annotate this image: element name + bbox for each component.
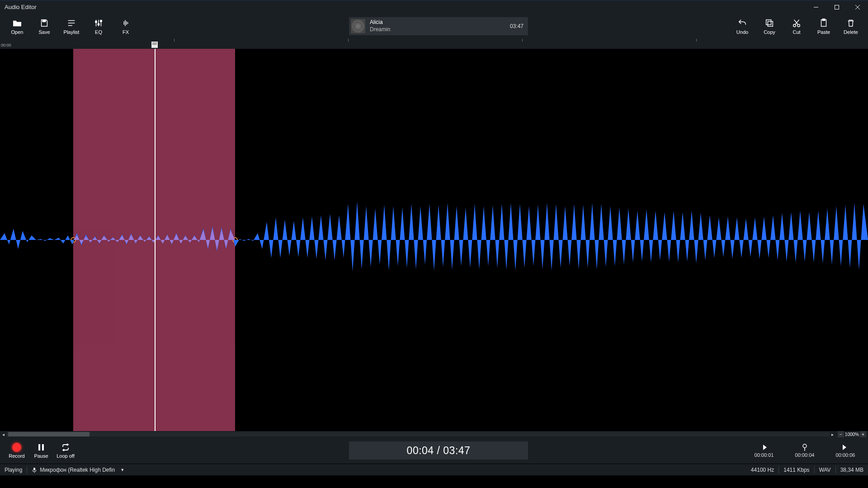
svg-rect-29 bbox=[38, 444, 40, 450]
copy-button[interactable]: Copy bbox=[757, 14, 782, 38]
svg-rect-27 bbox=[822, 19, 825, 21]
play-from-start-icon bbox=[760, 443, 768, 451]
save-label: Save bbox=[38, 29, 50, 35]
svg-rect-30 bbox=[42, 444, 44, 450]
pause-label: Pause bbox=[34, 453, 48, 459]
svg-rect-1 bbox=[835, 5, 839, 9]
horizontal-scrollbar: ◂ ▸ − 1000% + bbox=[0, 431, 868, 437]
marker-icon bbox=[801, 443, 809, 451]
pause-icon bbox=[37, 442, 46, 452]
playlist-icon bbox=[66, 18, 76, 28]
selection-current-button[interactable]: 00:00:04 bbox=[787, 443, 823, 458]
fx-button[interactable]: FX bbox=[113, 14, 138, 38]
selection-start-button[interactable]: 00:00:01 bbox=[746, 443, 782, 458]
selection-end-time: 00:00:06 bbox=[836, 452, 855, 458]
playlist-button[interactable]: Playlist bbox=[59, 14, 84, 38]
selection-end-button[interactable]: 00:00:06 bbox=[827, 443, 863, 458]
save-button[interactable]: Save bbox=[32, 14, 57, 38]
svg-point-23 bbox=[797, 24, 800, 27]
input-device-label: Микрофон (Realtek High Defin bbox=[40, 467, 115, 473]
zoom-in-button[interactable]: + bbox=[860, 431, 866, 437]
microphone-icon bbox=[32, 467, 37, 473]
zoom-level: 1000% bbox=[845, 432, 859, 437]
playback-state: Playing bbox=[5, 467, 22, 473]
scroll-right-button[interactable]: ▸ bbox=[830, 431, 836, 437]
cut-icon bbox=[792, 18, 802, 28]
titlebar: Audio Editor bbox=[0, 0, 868, 14]
time-display-value: 00:04 / 03:47 bbox=[407, 445, 471, 457]
app-title: Audio Editor bbox=[5, 4, 37, 10]
cut-label: Cut bbox=[793, 29, 800, 35]
minimize-button[interactable] bbox=[806, 0, 826, 14]
paste-icon bbox=[819, 18, 829, 28]
zoom-out-button[interactable]: − bbox=[838, 431, 844, 437]
trash-icon bbox=[846, 18, 856, 28]
undo-label: Undo bbox=[736, 29, 748, 35]
svg-point-31 bbox=[803, 444, 807, 448]
svg-rect-20 bbox=[768, 21, 773, 26]
ruler-origin-label: 00:00 bbox=[1, 43, 11, 47]
save-icon bbox=[39, 18, 49, 28]
paste-button[interactable]: Paste bbox=[811, 14, 836, 38]
maximize-button[interactable] bbox=[826, 0, 847, 14]
svg-rect-4 bbox=[42, 20, 45, 22]
fx-icon bbox=[121, 18, 131, 28]
status-bar: Playing Микрофон (Realtek High Defin ▼ 4… bbox=[0, 464, 868, 475]
track-artist: Alicia bbox=[370, 19, 390, 26]
svg-point-11 bbox=[95, 21, 97, 23]
undo-icon bbox=[737, 18, 747, 28]
svg-point-22 bbox=[793, 24, 796, 27]
loop-label: Loop off bbox=[57, 453, 75, 459]
record-label: Record bbox=[9, 453, 24, 459]
undo-button[interactable]: Undo bbox=[730, 14, 755, 38]
open-label: Open bbox=[11, 29, 24, 35]
copy-icon bbox=[764, 18, 774, 28]
transport-bar: Record Pause Loop off 00:04 / 03:47 00:0… bbox=[0, 437, 868, 464]
equalizer-icon bbox=[94, 18, 104, 28]
record-button[interactable]: Record bbox=[5, 439, 29, 462]
timeline-ruler[interactable]: 00:00 bbox=[0, 39, 868, 49]
loop-button[interactable]: Loop off bbox=[53, 439, 78, 462]
scroll-track[interactable] bbox=[6, 432, 830, 436]
waveform-graphic bbox=[0, 190, 868, 290]
play-to-end-icon bbox=[841, 443, 849, 451]
playhead-line[interactable] bbox=[155, 49, 156, 431]
svg-rect-33 bbox=[33, 468, 35, 470]
copy-label: Copy bbox=[764, 29, 775, 35]
now-playing-panel[interactable]: Alicia Dreamin 03:47 bbox=[349, 17, 528, 35]
loop-icon bbox=[61, 442, 70, 452]
time-display: 00:04 / 03:47 bbox=[349, 441, 528, 460]
scroll-thumb[interactable] bbox=[8, 432, 90, 436]
selection-current-time: 00:00:04 bbox=[795, 452, 815, 458]
folder-open-icon bbox=[12, 18, 22, 28]
playlist-label: Playlist bbox=[64, 29, 80, 35]
fx-label: FX bbox=[123, 29, 129, 35]
file-format: WAV bbox=[819, 467, 831, 473]
svg-point-12 bbox=[98, 23, 99, 25]
eq-label: EQ bbox=[95, 29, 102, 35]
svg-point-13 bbox=[100, 20, 102, 22]
scroll-left-button[interactable]: ◂ bbox=[0, 431, 6, 437]
open-button[interactable]: Open bbox=[5, 14, 30, 38]
close-button[interactable] bbox=[847, 0, 868, 14]
chevron-down-icon: ▼ bbox=[120, 468, 124, 472]
delete-label: Delete bbox=[844, 29, 858, 35]
album-art-icon bbox=[351, 19, 365, 33]
svg-rect-28 bbox=[151, 42, 158, 46]
window-controls bbox=[806, 0, 868, 14]
delete-button[interactable]: Delete bbox=[838, 14, 863, 38]
bitrate: 1411 Kbps bbox=[783, 467, 809, 473]
playhead-marker[interactable] bbox=[151, 42, 158, 48]
cut-button[interactable]: Cut bbox=[784, 14, 809, 38]
eq-button[interactable]: EQ bbox=[86, 14, 111, 38]
track-duration: 03:47 bbox=[510, 23, 524, 29]
record-icon bbox=[12, 443, 21, 452]
input-device-selector[interactable]: Микрофон (Realtek High Defin ▼ bbox=[32, 467, 124, 473]
paste-label: Paste bbox=[817, 29, 830, 35]
pause-button[interactable]: Pause bbox=[29, 439, 53, 462]
sample-rate: 44100 Hz bbox=[751, 467, 774, 473]
track-title: Dreamin bbox=[370, 26, 390, 33]
selection-start-time: 00:00:01 bbox=[755, 452, 774, 458]
file-size: 38,34 MB bbox=[840, 467, 863, 473]
waveform-canvas[interactable] bbox=[0, 49, 868, 431]
